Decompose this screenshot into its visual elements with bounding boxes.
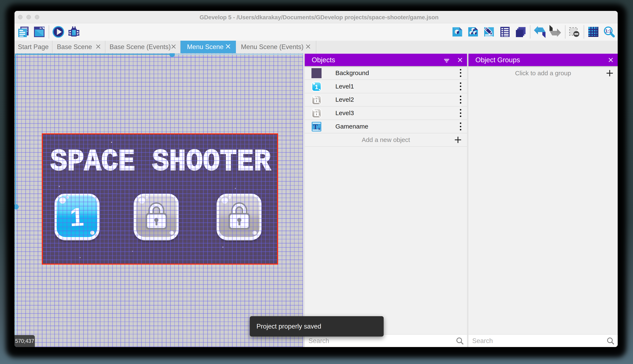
svg-text:x: x bbox=[318, 126, 320, 131]
svg-text:1: 1 bbox=[315, 84, 319, 90]
svg-text:T: T bbox=[313, 123, 318, 131]
